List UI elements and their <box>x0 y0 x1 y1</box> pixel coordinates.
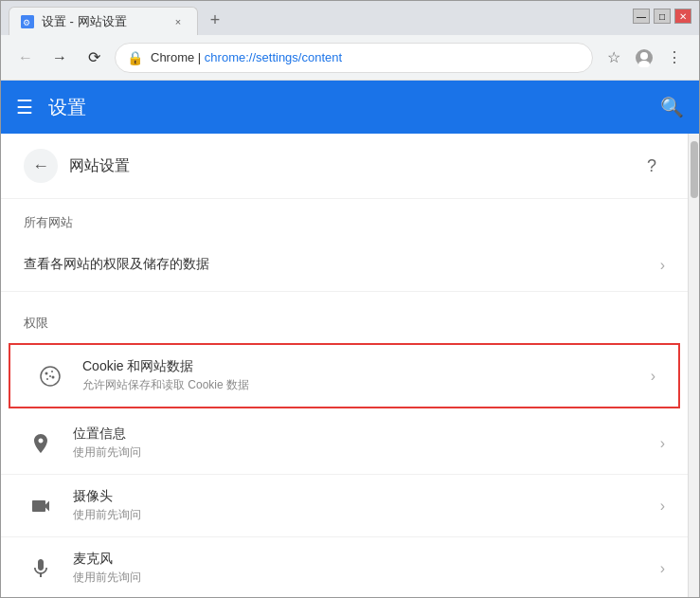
title-bar: ⚙ 设置 - 网站设置 × + — □ ✕ <box>1 1 699 35</box>
svg-point-8 <box>52 375 55 378</box>
page-title: 网站设置 <box>69 156 638 176</box>
cookies-arrow-icon: › <box>651 368 655 385</box>
cookies-subtitle: 允许网站保存和读取 Cookie 数据 <box>82 377 651 393</box>
new-tab-button[interactable]: + <box>202 7 228 33</box>
address-actions: ☆ ⋮ <box>601 45 688 71</box>
scrollbar-thumb[interactable] <box>691 141 698 198</box>
forward-button[interactable]: → <box>46 45 73 71</box>
microphone-arrow-icon: › <box>660 560 665 577</box>
all-websites-title: 查看各网站的权限及储存的数据 <box>24 256 660 273</box>
microphone-item[interactable]: 麦克风 使用前先询问 › <box>1 537 688 597</box>
security-icon: 🔒 <box>127 50 143 65</box>
location-icon <box>24 426 58 461</box>
help-icon[interactable]: ? <box>638 153 665 179</box>
chrome-menu-icon[interactable]: ⋮ <box>661 45 688 71</box>
all-websites-section-label: 所有网站 <box>1 199 688 239</box>
reload-button[interactable]: ⟳ <box>81 45 107 71</box>
tab-close-button[interactable]: × <box>171 14 186 29</box>
settings-header: ☰ 设置 🔍 <box>1 81 699 134</box>
browser-window: ⚙ 设置 - 网站设置 × + — □ ✕ ← → ⟳ 🔒 Chrome | c… <box>0 0 700 598</box>
cookies-icon <box>33 359 67 393</box>
camera-subtitle: 使用前先询问 <box>73 507 660 523</box>
camera-text: 摄像头 使用前先询问 <box>73 488 660 523</box>
all-websites-item[interactable]: 查看各网站的权限及储存的数据 › <box>1 239 688 292</box>
permissions-section: 权限 Cookie 和网站数据 <box>1 292 688 597</box>
hamburger-icon[interactable]: ☰ <box>16 96 33 118</box>
location-text: 位置信息 使用前先询问 <box>73 426 660 461</box>
maximize-button[interactable]: □ <box>654 9 671 24</box>
camera-arrow-icon: › <box>660 498 665 515</box>
scrollbar-track[interactable] <box>688 134 699 597</box>
bookmark-icon[interactable]: ☆ <box>601 45 627 71</box>
breadcrumb-back-button[interactable]: ← <box>24 149 58 183</box>
back-button[interactable]: ← <box>12 45 39 71</box>
svg-point-9 <box>46 378 48 380</box>
microphone-text: 麦克风 使用前先询问 <box>73 551 660 586</box>
account-icon[interactable] <box>631 45 657 71</box>
cookies-title: Cookie 和网站数据 <box>82 358 651 375</box>
url-text: Chrome | chrome://settings/content <box>151 50 342 64</box>
cookies-text: Cookie 和网站数据 允许网站保存和读取 Cookie 数据 <box>82 358 651 393</box>
location-item[interactable]: 位置信息 使用前先询问 › <box>1 412 688 475</box>
main-content[interactable]: ← 网站设置 ? 所有网站 查看各网站的权限及储存的数据 › 权限 <box>1 134 688 597</box>
cookies-item[interactable]: Cookie 和网站数据 允许网站保存和读取 Cookie 数据 › <box>9 343 680 408</box>
camera-icon <box>24 489 58 523</box>
window-controls: — □ ✕ <box>633 9 691 24</box>
svg-point-7 <box>51 371 53 372</box>
url-bar[interactable]: 🔒 Chrome | chrome://settings/content <box>115 43 593 73</box>
settings-title: 设置 <box>48 95 660 120</box>
url-path: chrome://settings/content <box>205 50 342 64</box>
tab-favicon: ⚙ <box>21 15 34 28</box>
location-title: 位置信息 <box>73 426 660 443</box>
location-arrow-icon: › <box>660 435 665 452</box>
location-subtitle: 使用前先询问 <box>73 444 660 461</box>
camera-title: 摄像头 <box>73 488 660 505</box>
page-breadcrumb: ← 网站设置 ? <box>1 134 688 199</box>
microphone-title: 麦克风 <box>73 551 660 568</box>
svg-point-3 <box>640 52 648 60</box>
minimize-button[interactable]: — <box>633 9 650 24</box>
all-websites-text: 查看各网站的权限及储存的数据 <box>24 256 660 275</box>
svg-point-6 <box>45 371 48 374</box>
svg-text:⚙: ⚙ <box>23 18 30 27</box>
camera-item[interactable]: 摄像头 使用前先询问 › <box>1 475 688 537</box>
svg-point-10 <box>49 375 51 377</box>
microphone-subtitle: 使用前先询问 <box>73 570 660 586</box>
tab-title: 设置 - 网站设置 <box>42 13 127 30</box>
microphone-icon <box>24 552 58 586</box>
content-area: ← 网站设置 ? 所有网站 查看各网站的权限及储存的数据 › 权限 <box>1 134 699 597</box>
address-bar: ← → ⟳ 🔒 Chrome | chrome://settings/conte… <box>1 35 699 81</box>
active-tab[interactable]: ⚙ 设置 - 网站设置 × <box>9 7 198 35</box>
url-separator: | <box>194 50 205 64</box>
permissions-section-label: 权限 <box>1 299 688 339</box>
all-websites-arrow-icon: › <box>660 257 665 274</box>
tab-bar: ⚙ 设置 - 网站设置 × + <box>9 0 228 35</box>
settings-search-icon[interactable]: 🔍 <box>660 96 684 118</box>
close-button[interactable]: ✕ <box>674 9 691 24</box>
url-brand: Chrome <box>151 50 194 64</box>
